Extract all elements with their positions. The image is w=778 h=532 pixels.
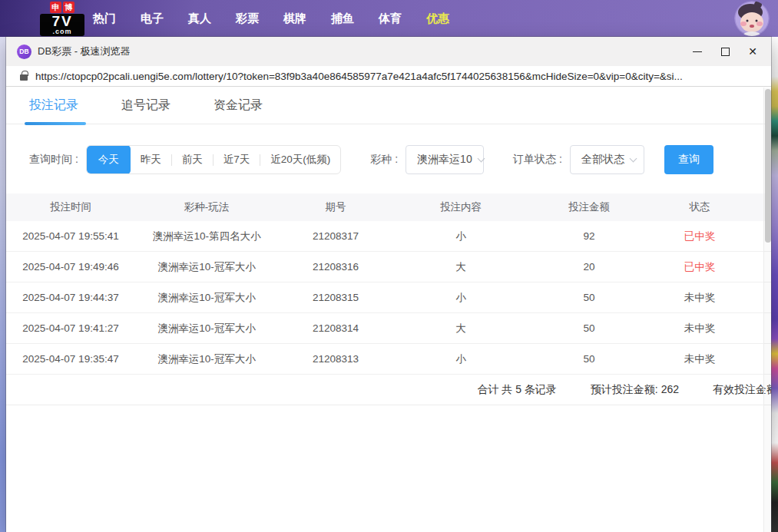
cell-issue: 21208316 [278,261,393,273]
nav-item-slots[interactable]: 电子 [140,12,164,26]
nav-item-promo[interactable]: 优惠 [425,12,450,26]
cell-bet-time: 2025-04-07 19:49:46 [6,261,135,273]
logo-com-text: .com [40,28,84,35]
cell-bet-amount: 92 [528,230,650,242]
range-daybefore-button[interactable]: 前天 [172,145,213,174]
cell-issue: 21208313 [278,353,393,365]
summary-valid-amount: 有效投注金额 [713,383,771,397]
filter-bar: 查询时间 : 今天 昨天 前天 近7天 近20天(低频) 彩种 : 澳洲幸运10… [6,145,771,174]
range-7days-button[interactable]: 近7天 [214,145,260,174]
nav-item-live[interactable]: 真人 [187,12,212,26]
range-today-button[interactable]: 今天 [87,145,131,174]
summary-row: 合计 共 5 条记录 预计投注金额: 262 有效投注金额 [6,375,771,405]
search-button[interactable]: 查询 [664,145,713,174]
background-page-right-strip [771,37,778,532]
range-20days-button[interactable]: 近20天(低频) [260,145,340,174]
header-bet-content: 投注内容 [393,200,528,214]
nav-item-lottery[interactable]: 彩票 [235,12,260,26]
close-icon: ✕ [748,46,757,57]
cell-bet-time: 2025-04-07 19:41:27 [6,322,135,334]
lottery-type-value: 澳洲幸运10 [417,153,472,167]
cell-bet-time: 2025-04-07 19:44:37 [6,292,135,303]
table-row: 2025-04-07 19:49:46 澳洲幸运10-冠军大小 21208316… [6,252,771,283]
cell-bet-content: 小 [393,352,528,366]
cell-game-play: 澳洲幸运10-冠军大小 [135,322,278,335]
cell-game-play: 澳洲幸运10-冠军大小 [135,352,278,366]
header-status: 状态 [650,200,750,214]
window-title: DB彩票 - 极速浏览器 [38,45,131,58]
scrollbar-thumb[interactable] [765,89,771,243]
range-yesterday-button[interactable]: 昨天 [131,145,171,174]
window-controls: ✕ [684,40,766,63]
cell-bet-time: 2025-04-07 19:55:41 [6,230,135,242]
status-badge: 已中奖 [650,230,750,243]
cell-game-play: 澳洲幸运10-冠军大小 [135,291,278,305]
minimize-button[interactable] [684,40,711,63]
cell-game-play: 澳洲幸运10-冠军大小 [135,260,278,274]
close-button[interactable]: ✕ [739,40,766,63]
cell-bet-amount: 50 [528,322,650,334]
status-badge: 已中奖 [650,260,750,274]
logo-badge-bo: 博 [63,2,74,13]
url-text: https://ctopcp02pcali.uengi5e.com/lotter… [35,71,683,82]
order-status-value: 全部状态 [581,153,624,167]
cell-bet-amount: 50 [528,353,650,365]
date-range-group: 今天 昨天 前天 近7天 近20天(低频) [86,145,342,174]
table-header-row: 投注时间 彩种-玩法 期号 投注内容 投注金额 状态 [6,193,771,221]
lottery-type-select[interactable]: 澳洲幸运10 [406,145,484,174]
order-status-select[interactable]: 全部状态 [570,145,644,174]
nav-item-sports[interactable]: 体育 [378,12,402,26]
chevron-down-icon [477,154,485,162]
lock-icon [20,74,28,81]
address-bar[interactable]: https://ctopcp02pcali.uengi5e.com/lotter… [6,66,771,87]
cell-bet-content: 小 [393,291,528,305]
maximize-button[interactable] [711,40,739,63]
nav-item-cards[interactable]: 棋牌 [283,12,307,26]
lottery-type-label: 彩种 : [370,153,398,167]
logo-box: 7V .com [40,14,84,36]
window-title-bar: DB DB彩票 - 极速浏览器 ✕ [6,37,771,66]
cell-bet-time: 2025-04-07 19:35:47 [6,353,135,365]
chevron-down-icon [629,154,637,162]
summary-total-count: 合计 共 5 条记录 [477,383,556,397]
page-scrollbar[interactable] [763,88,771,532]
table-row: 2025-04-07 19:55:41 澳洲幸运10-第四名大小 2120831… [6,221,771,252]
logo-badge-shen: 申 [50,2,61,13]
nav-item-hot[interactable]: 热门 [92,12,117,26]
status-badge: 未中奖 [650,352,750,366]
record-tabs: 投注记录 追号记录 资金记录 [6,88,771,124]
summary-estimated-amount: 预计投注金额: 262 [591,383,679,397]
browser-window: DB DB彩票 - 极速浏览器 ✕ https://ctopcp02pcali.… [6,37,771,532]
nav-item-fishing[interactable]: 捕鱼 [330,12,355,26]
avatar-illustration [734,1,770,36]
logo-7v-text: 7V [40,15,84,28]
header-bet-time: 投注时间 [6,200,135,214]
site-logo[interactable]: 申 博 7V .com [40,2,84,36]
cell-issue: 21208317 [278,230,393,242]
maximize-icon [721,48,730,56]
header-game-play: 彩种-玩法 [135,200,278,214]
cell-bet-content: 大 [393,322,528,335]
avatar[interactable] [734,1,770,36]
site-top-bar: 申 博 7V .com 热门 电子 真人 彩票 棋牌 捕鱼 体育 优惠 [0,0,778,37]
header-bet-amount: 投注金额 [528,200,650,214]
cell-game-play: 澳洲幸运10-第四名大小 [135,230,278,243]
tab-bet-records[interactable]: 投注记录 [29,97,78,114]
db-app-icon: DB [17,45,31,59]
order-status-label: 订单状态 : [513,153,562,167]
table-row: 2025-04-07 19:41:27 澳洲幸运10-冠军大小 21208314… [6,313,771,344]
records-table: 投注时间 彩种-玩法 期号 投注内容 投注金额 状态 2025-04-07 19… [6,193,771,405]
status-badge: 未中奖 [650,322,750,335]
query-time-label: 查询时间 : [29,153,78,167]
cell-bet-content: 大 [393,260,528,274]
cell-bet-content: 小 [393,230,528,243]
tab-fund-records[interactable]: 资金记录 [214,97,263,114]
cell-bet-amount: 50 [528,292,650,303]
cell-issue: 21208315 [278,292,393,303]
tab-chase-records[interactable]: 追号记录 [121,97,170,114]
header-issue: 期号 [278,200,393,214]
status-badge: 未中奖 [650,291,750,305]
site-logo-badges: 申 博 [40,2,84,13]
table-row: 2025-04-07 19:44:37 澳洲幸运10-冠军大小 21208315… [6,283,771,313]
minimize-icon [693,51,702,52]
